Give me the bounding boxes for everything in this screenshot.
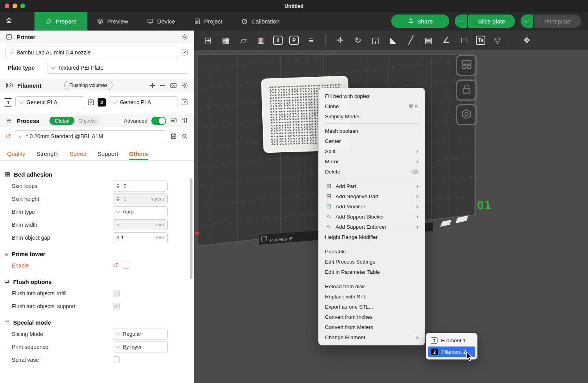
undo-icon[interactable]: ↺ bbox=[113, 262, 118, 269]
tab-project[interactable]: Project bbox=[185, 12, 232, 31]
orient-zero-icon[interactable]: 0 bbox=[273, 36, 283, 45]
edit-filament-2-icon[interactable] bbox=[181, 99, 188, 106]
compare-presets-icon[interactable] bbox=[181, 117, 188, 124]
tab-prepare[interactable]: Prepare bbox=[34, 12, 87, 31]
arrange-icon[interactable]: ▥ bbox=[256, 35, 267, 46]
text-tool-icon[interactable]: Ta bbox=[476, 36, 485, 45]
menu-item-delete[interactable]: Delete⌫ bbox=[321, 166, 423, 177]
flushing-volumes-button[interactable]: Flushing volumes bbox=[64, 81, 113, 90]
print-sequence-select[interactable]: By layer bbox=[113, 341, 168, 352]
process-tab-support[interactable]: Support bbox=[98, 150, 118, 160]
menu-item-add-modifier[interactable]: ⊡Add Modifier› bbox=[321, 201, 423, 211]
edit-filament-1-icon[interactable] bbox=[87, 99, 94, 106]
menu-item-simplify-model[interactable]: Simplify Model bbox=[321, 111, 423, 121]
move-icon[interactable]: ✛ bbox=[335, 35, 346, 46]
menu-item-mirror[interactable]: Mirror› bbox=[321, 156, 423, 166]
slicing-mode-select[interactable]: Regular bbox=[113, 329, 168, 340]
menu-item-reload-from-disk[interactable]: Reload from disk bbox=[321, 281, 423, 291]
add-model-icon[interactable]: ⊞ bbox=[203, 35, 214, 46]
lock-button[interactable] bbox=[456, 79, 477, 101]
home-button[interactable] bbox=[0, 12, 18, 31]
viewport-3d[interactable]: ⊞▦▱▥0P≡✛↻◱◣╱▤∠□Ta▽❖ PLA/ABS/PE 01 Fill b… bbox=[194, 31, 588, 383]
menu-item-height-range-modifier[interactable]: Height Range Modifier bbox=[321, 232, 423, 242]
stepper-arrows-icon[interactable] bbox=[116, 196, 120, 201]
add-filament-icon[interactable] bbox=[149, 82, 156, 89]
tab-preview[interactable]: Preview bbox=[87, 12, 137, 31]
menu-item-printable[interactable]: Printable bbox=[321, 246, 423, 257]
lay-on-face-icon[interactable]: ◣ bbox=[388, 35, 399, 46]
menu-item-replace-with-stl[interactable]: Replace with STL bbox=[321, 291, 423, 302]
auto-orient-icon[interactable]: ▱ bbox=[238, 35, 249, 46]
printer-settings-icon[interactable] bbox=[181, 33, 188, 40]
stepper-arrows-icon[interactable] bbox=[116, 183, 120, 188]
scale-icon[interactable]: ◱ bbox=[370, 35, 381, 46]
color-paint-icon[interactable]: ▽ bbox=[492, 35, 503, 46]
filament-settings-icon[interactable] bbox=[181, 82, 188, 89]
measure-icon[interactable]: ∠ bbox=[441, 35, 452, 46]
add-plate-icon[interactable]: ▦ bbox=[220, 35, 231, 46]
share-button[interactable]: Share bbox=[391, 14, 449, 28]
process-tab-speed[interactable]: Speed bbox=[69, 150, 86, 160]
filament-1-badge[interactable]: 1 bbox=[4, 98, 12, 107]
skirt-height-stepper[interactable]: 1layers bbox=[113, 193, 168, 204]
rotate-icon[interactable]: ↻ bbox=[352, 35, 363, 46]
menu-item-fill-bed-with-copies[interactable]: Fill bed with copies bbox=[321, 91, 423, 101]
spiral-vase-checkbox[interactable] bbox=[113, 356, 120, 363]
filament-2-badge[interactable]: 2 bbox=[98, 98, 106, 107]
menu-item-clone[interactable]: Clone⌘ K bbox=[321, 101, 423, 111]
save-preset-icon[interactable] bbox=[170, 133, 177, 140]
menu-item-add-negative-part[interactable]: ⊟Add Negative Part› bbox=[321, 191, 423, 201]
variable-layer-height-icon[interactable]: ▤ bbox=[423, 35, 434, 46]
sidebar-scrollbar[interactable] bbox=[190, 178, 192, 279]
layer-seq-icon[interactable]: ≡ bbox=[305, 35, 316, 46]
assembly-view-icon[interactable]: ❖ bbox=[521, 35, 532, 46]
nut-button[interactable] bbox=[456, 104, 477, 125]
tab-calibration[interactable]: Calibration bbox=[232, 12, 289, 31]
enable-checkbox[interactable] bbox=[123, 262, 129, 269]
brim-width-input[interactable]: 5mm bbox=[113, 219, 168, 230]
tab-device[interactable]: Device bbox=[138, 12, 185, 31]
skirt-loops-stepper[interactable]: 0 bbox=[113, 181, 168, 192]
plate-type-select[interactable]: Textured PEI Plate bbox=[47, 62, 188, 74]
setting-list-icon[interactable] bbox=[170, 117, 177, 124]
flush-into-objects-support-checkbox[interactable]: ✓ bbox=[113, 303, 120, 309]
brim-type-select[interactable]: Auto bbox=[113, 206, 168, 217]
cut-icon[interactable]: ╱ bbox=[405, 35, 416, 46]
process-tab-others[interactable]: Others bbox=[129, 150, 148, 160]
process-tab-strength[interactable]: Strength bbox=[36, 150, 59, 160]
print-plate-button[interactable]: Print plate bbox=[534, 14, 581, 28]
menu-item-convert-from-inches[interactable]: Convert from Inches bbox=[321, 312, 423, 322]
menu-item-change-filament[interactable]: Change Filament› bbox=[321, 332, 423, 342]
seam-paint-icon[interactable]: P bbox=[289, 36, 299, 45]
menu-item-split[interactable]: Split› bbox=[321, 146, 423, 156]
ams-icon[interactable] bbox=[170, 82, 177, 89]
filament-1-select[interactable]: Generic PLA bbox=[15, 96, 84, 108]
menu-item-mesh-boolean[interactable]: Mesh boolean bbox=[321, 126, 423, 136]
menu-item-add-part[interactable]: ⊞Add Part› bbox=[321, 181, 423, 191]
plate-settings-button[interactable] bbox=[456, 55, 477, 76]
menu-item-edit-in-parameter-table[interactable]: Edit in Parameter Table bbox=[321, 267, 423, 277]
edit-printer-icon[interactable] bbox=[181, 49, 188, 56]
menu-item-export-as-one-stl[interactable]: Export as one STL... bbox=[321, 302, 423, 312]
menu-item-edit-process-settings[interactable]: Edit Process Settings bbox=[321, 257, 423, 267]
menu-item-convert-from-meters[interactable]: Convert from Meters bbox=[321, 322, 423, 332]
slice-plate-button[interactable]: Slice plate bbox=[468, 14, 515, 28]
menu-item-center[interactable]: Center bbox=[321, 136, 423, 146]
printer-select[interactable]: Bambu Lab A1 mini 0.4 nozzle bbox=[5, 47, 177, 58]
advanced-toggle[interactable] bbox=[151, 117, 166, 125]
search-settings-icon[interactable] bbox=[181, 133, 188, 140]
process-tab-quality[interactable]: Quality bbox=[7, 150, 25, 160]
menu-item-add-support-enforcer[interactable]: ∿Add Support Enforcer› bbox=[321, 222, 423, 232]
slice-dropdown-button[interactable] bbox=[455, 14, 467, 28]
reset-preset-icon[interactable]: ↺ bbox=[5, 133, 11, 140]
print-dropdown-button[interactable] bbox=[521, 14, 533, 28]
brim-object-gap-input[interactable]: 0.1mm bbox=[113, 232, 168, 243]
flush-into-objects-infill-checkbox[interactable] bbox=[113, 290, 120, 296]
scope-global-button[interactable]: Global bbox=[49, 117, 74, 125]
submenu-item-filament-1[interactable]: 1Filament 1 bbox=[428, 335, 475, 346]
remove-filament-icon[interactable] bbox=[160, 82, 166, 89]
scope-objects-button[interactable]: Objects bbox=[74, 117, 100, 125]
menu-item-add-support-blocker[interactable]: ∿Add Support Blocker› bbox=[321, 211, 423, 222]
process-preset-select[interactable]: * 0.20mm Standard @BBL A1M bbox=[15, 130, 166, 142]
filament-2-select[interactable]: Generic PLA bbox=[109, 96, 178, 108]
